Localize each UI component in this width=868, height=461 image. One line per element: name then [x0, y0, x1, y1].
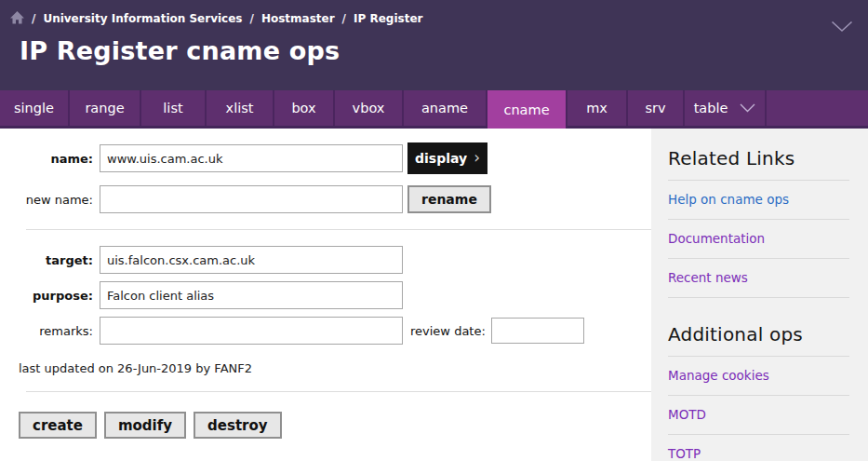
content-area: name: display › new name: rename target:… — [0, 129, 868, 461]
last-updated-text: last updated on 26-Jun-2019 by FANF2 — [19, 361, 651, 375]
display-button[interactable]: display › — [407, 142, 487, 174]
additional-ops-section: Additional ops Manage cookies MOTD TOTP — [668, 323, 849, 461]
tab-box[interactable]: box — [274, 90, 335, 126]
tab-xlist[interactable]: xlist — [207, 90, 274, 126]
related-links-heading: Related Links — [668, 147, 849, 169]
target-label: target: — [19, 253, 93, 267]
new-name-input[interactable] — [100, 185, 403, 213]
purpose-label: purpose: — [19, 289, 93, 303]
tab-table-label: table — [694, 101, 728, 115]
link-recent-news[interactable]: Recent news — [668, 259, 849, 298]
chevron-right-icon: › — [474, 150, 480, 166]
name-input[interactable] — [100, 144, 403, 172]
form-divider — [26, 229, 655, 230]
cname-ops-form: name: display › new name: rename target:… — [0, 129, 651, 461]
tab-single[interactable]: single — [0, 90, 70, 126]
chevron-down-icon — [740, 103, 755, 113]
link-help-on-cname-ops[interactable]: Help on cname ops — [668, 181, 849, 220]
review-date-input[interactable] — [491, 318, 584, 344]
breadcrumb-item-ip-register[interactable]: IP Register — [354, 12, 422, 25]
modify-button[interactable]: modify — [104, 412, 186, 439]
breadcrumb-separator: / — [32, 12, 35, 25]
breadcrumb-item-hostmaster[interactable]: Hostmaster — [261, 12, 335, 25]
destroy-button[interactable]: destroy — [194, 412, 282, 439]
review-date-label: review date: — [410, 324, 486, 338]
breadcrumb: / University Information Services / Host… — [10, 12, 868, 25]
sidebar: Related Links Help on cname ops Document… — [651, 129, 868, 461]
tab-mx[interactable]: mx — [568, 90, 628, 126]
purpose-input[interactable] — [100, 281, 403, 309]
link-totp[interactable]: TOTP — [668, 435, 849, 461]
tab-range[interactable]: range — [70, 90, 141, 126]
chevron-down-icon[interactable] — [831, 19, 853, 36]
new-name-label: new name: — [19, 193, 93, 207]
breadcrumb-item-uis[interactable]: University Information Services — [43, 12, 242, 25]
tab-list[interactable]: list — [141, 90, 207, 126]
remarks-input[interactable] — [100, 317, 403, 345]
additional-ops-heading: Additional ops — [668, 323, 849, 346]
action-buttons: create modify destroy — [19, 412, 651, 439]
page-title: IP Register cname ops — [20, 36, 868, 65]
tab-vbox[interactable]: vbox — [335, 90, 404, 126]
link-manage-cookies[interactable]: Manage cookies — [668, 357, 849, 396]
tab-aname[interactable]: aname — [404, 90, 487, 126]
breadcrumb-separator: / — [342, 12, 346, 25]
related-links-section: Related Links Help on cname ops Document… — [668, 147, 849, 298]
rename-button[interactable]: rename — [407, 185, 491, 213]
form-divider — [26, 391, 655, 392]
tab-srv[interactable]: srv — [628, 90, 685, 126]
name-label: name: — [19, 152, 93, 166]
tab-cname[interactable]: cname — [487, 90, 568, 129]
home-icon[interactable] — [10, 11, 24, 24]
remarks-label: remarks: — [19, 324, 93, 338]
target-input[interactable] — [100, 246, 403, 274]
create-button[interactable]: create — [19, 412, 97, 439]
page-header: / University Information Services / Host… — [0, 0, 868, 90]
link-motd[interactable]: MOTD — [668, 396, 849, 435]
tab-table[interactable]: table — [685, 90, 767, 126]
ops-tabbar: single range list xlist box vbox aname c… — [0, 90, 868, 129]
link-documentation[interactable]: Documentation — [668, 220, 849, 259]
breadcrumb-separator: / — [250, 12, 254, 25]
display-button-label: display — [415, 151, 467, 166]
